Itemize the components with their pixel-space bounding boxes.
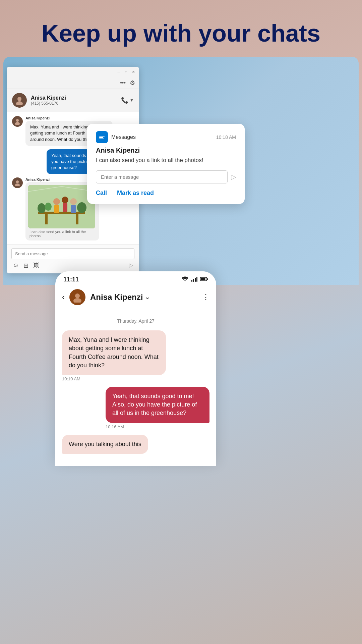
win-contact-avatar <box>12 93 27 108</box>
phone-message-row-1: Max, Yuna and I were thinking about gett… <box>62 330 209 381</box>
notif-input-row: ▷ <box>96 170 236 183</box>
phone-date-divider: Thursday, April 27 <box>62 318 209 324</box>
win-attachment-icon[interactable]: ⊞ <box>23 262 28 269</box>
phone-contact-name: Anisa Kipenzi ⌄ <box>90 292 150 302</box>
phone-bubble-3: Were you talking about this <box>62 435 148 454</box>
win-sender-name-1: Anisa Kipenzi <box>25 116 113 120</box>
phone-time-self: 10:16 AM <box>106 424 209 429</box>
svg-point-5 <box>15 183 20 186</box>
svg-point-13 <box>53 198 60 205</box>
svg-point-17 <box>70 198 77 205</box>
desktop-mockup: ─ □ ✕ ••• ⚙ Anisa Kipenzi (415) 555-0176… <box>3 57 359 285</box>
notif-mark-read-button[interactable]: Mark as read <box>117 190 154 197</box>
svg-rect-23 <box>99 137 103 138</box>
win-toolbar: ••• ⚙ <box>7 77 139 89</box>
win-maximize-btn[interactable]: □ <box>124 69 128 74</box>
win-emoji-icon[interactable]: ☺ <box>13 262 19 269</box>
svg-rect-25 <box>191 280 192 282</box>
svg-rect-8 <box>45 214 48 224</box>
svg-point-3 <box>15 122 20 125</box>
notif-header: Messages 10:18 AM <box>96 131 236 143</box>
call-dropdown-icon: ▼ <box>130 98 134 103</box>
phone-back-button[interactable]: ‹ <box>62 292 65 302</box>
win-contact-phone: (415) 555-0176 <box>31 101 66 106</box>
battery-icon <box>200 277 208 283</box>
win-contact-info: Anisa Kipenzi (415) 555-0176 <box>31 95 66 106</box>
win-input-area: ☺ ⊞ 🖼 ▷ <box>7 245 139 273</box>
win-image-icon[interactable]: 🖼 <box>33 262 39 269</box>
win-settings-icon[interactable]: ⚙ <box>130 79 135 87</box>
svg-point-32 <box>75 293 80 298</box>
svg-rect-24 <box>99 139 104 139</box>
wifi-icon <box>181 276 189 283</box>
phone-message-row-3: Were you talking about this <box>62 435 209 454</box>
phone-more-button[interactable]: ⋮ <box>202 293 209 302</box>
phone-message-3: Were you talking about this <box>62 435 148 454</box>
phone-dropdown-icon[interactable]: ⌄ <box>145 293 150 301</box>
svg-rect-30 <box>207 278 208 280</box>
hero-title: Keep up with your chats <box>0 0 362 57</box>
svg-rect-16 <box>63 203 67 212</box>
svg-rect-27 <box>195 278 196 282</box>
signal-icon <box>191 276 197 283</box>
phone-status-bar: 11:11 <box>55 271 216 286</box>
phone-message-1: Max, Yuna and I were thinking about gett… <box>62 330 166 381</box>
notif-app-icon <box>96 131 108 143</box>
phone-chat-area: Thursday, April 27 Max, Yuna and I were … <box>55 310 216 461</box>
svg-rect-22 <box>99 136 105 137</box>
win-message-input[interactable] <box>11 248 134 259</box>
phone-header: ‹ Anisa Kipenzi ⌄ ⋮ <box>55 286 216 310</box>
notification-popup: Messages 10:18 AM Anisa Kipenzi I can al… <box>87 124 245 204</box>
phone-time-1: 10:10 AM <box>62 376 166 381</box>
win-call-button[interactable]: 📞 ▼ <box>121 97 134 104</box>
phone-icon: 📞 <box>121 97 128 104</box>
phone-mockup: 11:11 <box>55 271 216 466</box>
win-sender-avatar-2 <box>12 177 23 188</box>
win-sender-avatar <box>12 116 23 127</box>
win-menu-icon[interactable]: ••• <box>120 80 126 86</box>
win-photo-caption: I can also send you a link to all the ph… <box>28 230 97 238</box>
svg-rect-28 <box>196 277 197 282</box>
svg-point-0 <box>17 97 21 101</box>
svg-point-12 <box>77 202 86 213</box>
phone-status-time: 11:11 <box>63 276 79 283</box>
svg-point-15 <box>62 197 68 203</box>
win-send-icon[interactable]: ▷ <box>129 262 133 269</box>
svg-point-33 <box>73 298 81 303</box>
win-minimize-btn[interactable]: ─ <box>116 69 121 74</box>
notif-send-button[interactable]: ▷ <box>231 173 236 181</box>
phone-message-self: Yeah, that sounds good to me! Also, do y… <box>106 387 209 429</box>
svg-rect-7 <box>38 212 85 214</box>
win-close-btn[interactable]: ✕ <box>131 69 136 74</box>
phone-message-row-self: Yeah, that sounds good to me! Also, do y… <box>62 387 209 429</box>
svg-point-11 <box>45 203 52 211</box>
phone-contact-avatar <box>69 289 85 305</box>
win-action-bar: ☺ ⊞ 🖼 ▷ <box>11 259 134 270</box>
phone-bubble-1: Max, Yuna and I were thinking about gett… <box>62 330 166 375</box>
svg-rect-9 <box>76 214 78 224</box>
win-contact-name: Anisa Kipenzi <box>31 95 66 101</box>
svg-rect-26 <box>193 279 194 282</box>
notif-message: I can also send you a link to all the ph… <box>96 156 236 164</box>
win-contact-header: Anisa Kipenzi (415) 555-0176 📞 ▼ <box>7 89 139 112</box>
svg-point-1 <box>16 101 23 105</box>
notif-reply-input[interactable] <box>96 170 228 183</box>
svg-point-4 <box>16 180 19 183</box>
phone-status-icons <box>181 276 208 283</box>
win-titlebar: ─ □ ✕ <box>7 67 139 77</box>
notif-app-name: Messages <box>111 134 136 140</box>
svg-point-2 <box>16 119 19 122</box>
notif-call-button[interactable]: Call <box>96 190 107 197</box>
notif-actions: Call Mark as read <box>96 190 236 197</box>
phone-bubble-self: Yeah, that sounds good to me! Also, do y… <box>106 387 209 423</box>
svg-rect-18 <box>71 205 76 213</box>
svg-rect-31 <box>201 278 205 280</box>
svg-rect-14 <box>54 205 59 213</box>
win-photo-placeholder <box>28 185 95 228</box>
svg-point-10 <box>38 203 46 213</box>
notif-app-info: Messages <box>96 131 136 143</box>
notif-time: 10:18 AM <box>216 135 236 140</box>
notif-sender: Anisa Kipenzi <box>96 147 236 154</box>
